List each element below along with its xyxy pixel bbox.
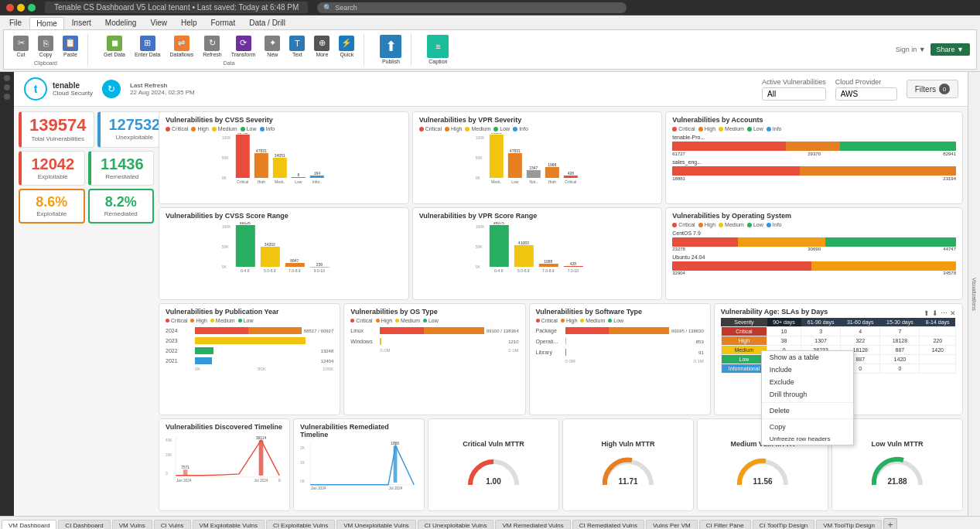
- ribbon-btn-quick[interactable]: ⚡ Quick: [336, 34, 357, 59]
- charts-row-3: Vulnerabilities by Publication Year Crit…: [159, 303, 963, 415]
- os-bar-1: [672, 237, 956, 247]
- ctx-copy[interactable]: Copy: [762, 421, 853, 433]
- browser-tab[interactable]: Tenable CS Dashboard V5 Local tenant • L…: [45, 2, 308, 13]
- sla-more[interactable]: ⋯: [941, 309, 948, 317]
- tab-ci-vulns[interactable]: CI Vulns: [154, 520, 191, 530]
- tab-ci-tooltip[interactable]: CI ToolTip Design: [753, 520, 815, 530]
- left-sidebar: [0, 72, 14, 516]
- ribbon-btn-paste[interactable]: 📋 Paste: [60, 34, 81, 59]
- cloud-provider-select[interactable]: AWS: [835, 87, 897, 101]
- caption-icon: ≡: [427, 35, 449, 58]
- vpr-legend-critical: Critical: [419, 126, 442, 131]
- ribbon-tab-file[interactable]: File: [3, 17, 28, 29]
- add-sheet-button[interactable]: +: [883, 518, 897, 530]
- ribbon-btn-caption[interactable]: ≡ Caption: [424, 33, 452, 66]
- tenable-logo: t tenable Cloud Security: [23, 77, 93, 101]
- svg-rect-75: [183, 469, 188, 476]
- ctx-delete[interactable]: Delete: [762, 404, 853, 417]
- accounts-chart-area: tenable-Pro... 61727 29370 82941: [672, 133, 956, 183]
- svg-text:11.56: 11.56: [753, 477, 772, 486]
- sidebar-dot-3: [4, 94, 10, 100]
- software-legend: Critical High Medium Low: [536, 318, 704, 323]
- svg-text:20K: 20K: [166, 453, 172, 457]
- tab-vm-dashboard[interactable]: VM Dashboard: [2, 520, 56, 530]
- ribbon-btn-refresh[interactable]: ↻ Refresh: [200, 34, 225, 59]
- address-bar[interactable]: 🔍 Search: [317, 2, 627, 13]
- ctx-show-as-table[interactable]: Show as a table: [762, 351, 853, 363]
- ribbon-tab-view[interactable]: View: [144, 17, 173, 29]
- ribbon-btn-cut[interactable]: ✂ Cut: [10, 34, 32, 59]
- ribbon-tab-modeling[interactable]: Modeling: [99, 17, 143, 29]
- svg-text:8947: 8947: [290, 258, 299, 263]
- refresh-button[interactable]: ↻: [102, 80, 121, 98]
- ribbon-btn-copy[interactable]: ⎘ Copy: [35, 34, 56, 59]
- sla-close[interactable]: ✕: [950, 309, 956, 317]
- share-btn[interactable]: Share ▼: [930, 43, 970, 56]
- ribbon-btn-getdata[interactable]: ◼ Get Data: [101, 34, 128, 59]
- tab-vulns-per-vm[interactable]: Vulns Per VM: [646, 520, 698, 530]
- tab-ci-unexploitable[interactable]: CI Unexploitable Vulns: [418, 520, 494, 530]
- exploitable-value: 12042: [29, 156, 77, 172]
- dashboard: t tenable Cloud Security ↻ Last Refresh …: [14, 72, 968, 516]
- ribbon-btn-new[interactable]: ✦ New: [261, 34, 283, 59]
- ctx-unfreeze[interactable]: Unfreeze row headers: [762, 433, 853, 445]
- close-btn[interactable]: [6, 4, 14, 12]
- svg-text:Infor..: Infor..: [312, 179, 323, 183]
- ribbon-tab-format[interactable]: Format: [205, 17, 242, 29]
- svg-text:t: t: [34, 83, 38, 95]
- tab-filter-pane[interactable]: CI Filter Pane: [699, 520, 751, 530]
- sla-expand[interactable]: ⬆: [924, 309, 930, 317]
- pub-year-chart: 2024 68517 / 60927 2023: [166, 325, 333, 373]
- tab-ci-dashboard[interactable]: CI Dashboard: [58, 520, 110, 530]
- ribbon-btn-more[interactable]: ⊕ More: [311, 34, 333, 59]
- text-icon: T: [289, 36, 305, 51]
- tab-ci-remediated[interactable]: CI Remediated Vulns: [572, 520, 644, 530]
- minimize-btn[interactable]: [17, 4, 25, 12]
- vpr-severity-legend: Critical High Medium Low Info: [419, 126, 656, 131]
- ctx-drill-through[interactable]: Drill through: [762, 388, 853, 401]
- svg-text:2347: 2347: [529, 166, 538, 170]
- svg-rect-23: [489, 135, 503, 178]
- ribbon-btn-publish[interactable]: ⬆ Publish: [377, 33, 405, 66]
- vuln-age-sla-card: Vulnerability Age: SLAs by Days ⬆ ⬇ ⋯ ✕: [714, 303, 963, 415]
- accounts-title: Vulnerabilities by Accounts: [672, 116, 956, 124]
- ribbon-tab-help[interactable]: Help: [175, 17, 203, 29]
- ribbon-tab-insert[interactable]: Insert: [66, 17, 97, 29]
- ribbon-tab-home[interactable]: Home: [29, 17, 64, 29]
- tab-vm-unexploitable[interactable]: VM Unexploitable Vulns: [336, 520, 416, 530]
- sla-col-61: 61-90 days: [801, 318, 841, 327]
- ctx-exclude[interactable]: Exclude: [762, 376, 853, 388]
- svg-text:1869: 1869: [391, 442, 399, 445]
- ribbon-btn-enterdata[interactable]: ⊞ Enter Data: [131, 34, 163, 59]
- remediated-card: 11436 Remediated: [88, 151, 155, 186]
- tab-vm-remediated[interactable]: VM Remediated Vulns: [495, 520, 570, 530]
- tab-vm-tooltip[interactable]: VM ToolTip Design: [816, 520, 882, 530]
- quick-icon: ⚡: [339, 36, 354, 51]
- info-dot: [260, 127, 265, 131]
- svg-text:0K: 0K: [475, 264, 480, 269]
- active-vuln-select[interactable]: All: [762, 87, 826, 101]
- total-vulns-value: 139574: [29, 117, 86, 134]
- ribbon-btn-text[interactable]: T Text: [286, 34, 308, 59]
- vpr-severity-title: Vulnerabilities by VPR Severity: [419, 116, 656, 124]
- ribbon-btn-dataflows[interactable]: ⇌ Dataflows: [166, 34, 196, 59]
- filters-button[interactable]: Filters 0: [907, 80, 958, 98]
- sla-cell-critical-90: 10: [767, 327, 801, 336]
- legend-high: High: [191, 126, 208, 131]
- maximize-btn[interactable]: [28, 4, 36, 12]
- medium-mttr-gauge: 11.56: [732, 450, 794, 489]
- software-type-chart: Package 99195 / 138630 Operati...: [536, 325, 704, 365]
- low-mttr-title: Low Vuln MTTR: [871, 440, 923, 448]
- tab-vm-vulns[interactable]: VM Vulns: [112, 520, 152, 530]
- ribbon-tab-data[interactable]: Data / Drill: [243, 17, 292, 29]
- sla-collapse[interactable]: ⬇: [932, 309, 938, 317]
- tab-ci-exploitable[interactable]: CI Exploitable Vulns: [266, 520, 335, 530]
- ctx-include[interactable]: Include: [762, 363, 853, 376]
- active-vuln-group: Active Vulnerabilities All: [762, 78, 826, 101]
- svg-text:Medi..: Medi..: [491, 179, 502, 183]
- os-type-legend: Critical High Medium Low: [350, 318, 518, 323]
- svg-text:1988: 1988: [544, 259, 552, 264]
- os-type-chart: Linux 99100 / 138364 Windows: [350, 325, 518, 354]
- ribbon-btn-transform[interactable]: ⟳ Transform: [228, 34, 259, 59]
- tab-vm-exploitable[interactable]: VM Exploitable Vulns: [193, 520, 265, 530]
